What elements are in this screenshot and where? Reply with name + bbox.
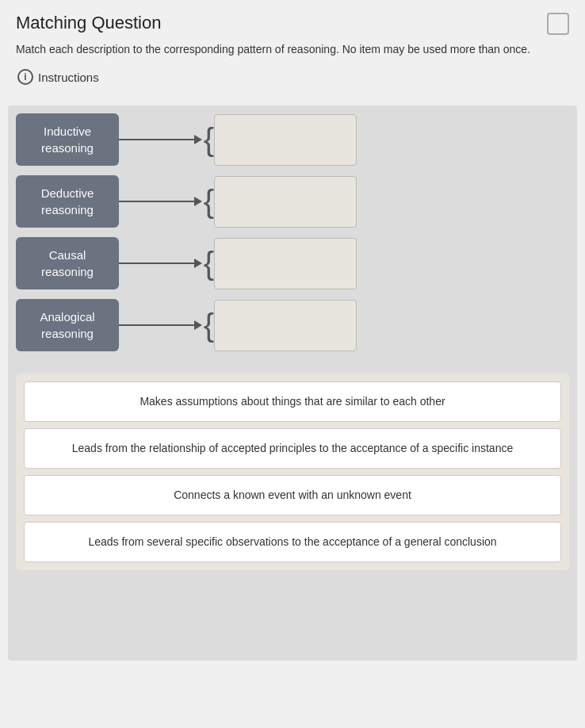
descriptions-area: Makes assumptions about things that are … [16, 374, 569, 570]
connector-inductive: { [119, 124, 214, 155]
bracket-causal: { [204, 247, 214, 279]
header-description: Match each description to the correspond… [16, 41, 569, 58]
term-causal[interactable]: Causalreasoning [16, 237, 119, 289]
desc-card-4[interactable]: Leads from several specific observations… [24, 522, 561, 562]
top-right-box [547, 13, 569, 35]
instructions-row: i Instructions [16, 69, 569, 85]
arrow-causal [194, 259, 202, 268]
main-area: Inductivereasoning { Deductivereasoning … [8, 105, 577, 661]
bracket-inductive: { [204, 124, 214, 155]
arrow-inductive [194, 135, 202, 144]
line-analogical [119, 324, 194, 326]
instructions-label: Instructions [38, 71, 99, 84]
line-inductive [119, 139, 194, 140]
answer-box-analogical[interactable] [214, 300, 357, 351]
page-title: Matching Question [16, 13, 569, 33]
matching-grid: Inductivereasoning { Deductivereasoning … [16, 113, 569, 361]
match-row-inductive: Inductivereasoning { [16, 113, 569, 166]
page: Matching Question Match each description… [0, 0, 585, 728]
arrow-deductive [194, 197, 202, 206]
line-deductive [119, 201, 194, 202]
answer-box-inductive[interactable] [214, 114, 357, 166]
line-causal [119, 262, 194, 264]
connector-causal: { [119, 247, 214, 279]
connector-deductive: { [119, 186, 214, 217]
match-row-deductive: Deductivereasoning { [16, 175, 569, 228]
term-inductive[interactable]: Inductivereasoning [16, 113, 119, 166]
desc-card-3[interactable]: Connects a known event with an unknown e… [24, 475, 561, 515]
term-deductive[interactable]: Deductivereasoning [16, 175, 119, 228]
term-analogical[interactable]: Analogicalreasoning [16, 299, 119, 351]
match-row-analogical: Analogicalreasoning { [16, 299, 569, 351]
desc-card-2[interactable]: Leads from the relationship of accepted … [24, 428, 561, 469]
match-row-causal: Causalreasoning { [16, 237, 569, 289]
header: Matching Question Match each description… [0, 0, 585, 105]
bracket-analogical: { [204, 309, 214, 341]
arrow-analogical [194, 320, 202, 330]
answer-box-causal[interactable] [214, 238, 357, 289]
info-icon[interactable]: i [17, 69, 33, 85]
connector-analogical: { [119, 309, 214, 341]
desc-card-1[interactable]: Makes assumptions about things that are … [24, 381, 561, 422]
answer-box-deductive[interactable] [214, 176, 357, 228]
bracket-deductive: { [204, 186, 214, 217]
